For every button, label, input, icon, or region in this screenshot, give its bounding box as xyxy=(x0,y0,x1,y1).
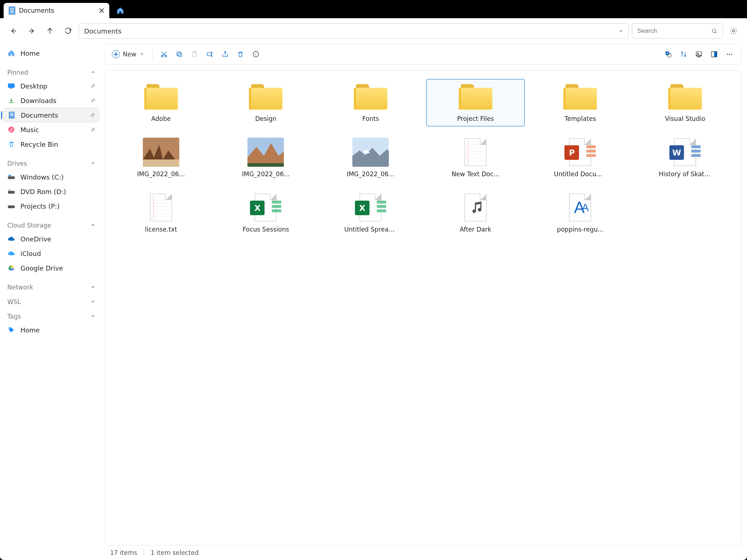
file-thumbnail: P xyxy=(562,138,598,167)
delete-button[interactable] xyxy=(234,47,247,61)
new-button[interactable]: New xyxy=(110,47,148,61)
svg-rect-4 xyxy=(9,112,14,118)
chevron-down-icon xyxy=(139,51,144,58)
file-item[interactable]: Templates xyxy=(531,79,630,126)
nav-row: Documents xyxy=(0,18,747,44)
google-drive-icon xyxy=(7,265,15,271)
file-item[interactable]: After Dark xyxy=(426,190,525,237)
file-thumbnail: W xyxy=(667,138,703,167)
chevron-down-icon[interactable] xyxy=(618,27,623,35)
pin-icon[interactable] xyxy=(90,126,95,134)
sidebar-group-header[interactable]: Network xyxy=(4,281,99,293)
file-name: Project Files xyxy=(457,115,494,122)
file-item[interactable]: W History of Skate... xyxy=(636,134,734,182)
search-input[interactable] xyxy=(632,23,723,39)
file-item[interactable]: Visual Studio xyxy=(636,79,734,126)
svg-point-12 xyxy=(9,189,11,191)
file-item[interactable]: AA poppins-regu... xyxy=(531,190,630,237)
share-button[interactable] xyxy=(218,47,232,61)
layout-button[interactable] xyxy=(707,47,721,61)
sidebar-item-google-drive[interactable]: Google Drive xyxy=(4,261,99,275)
svg-rect-33 xyxy=(143,159,179,167)
close-icon[interactable] xyxy=(99,8,104,13)
info-icon xyxy=(252,51,259,58)
sidebar-group-tags: Tags Home xyxy=(4,310,99,337)
sidebar-item-documents[interactable]: Documents xyxy=(4,108,99,122)
sidebar-group-wsl: WSL xyxy=(4,296,99,308)
home-icon xyxy=(7,50,15,57)
sidebar-group-cloud: Cloud Storage OneDrive iCloud Google Dri… xyxy=(4,219,99,275)
file-item[interactable]: Fonts xyxy=(321,79,420,126)
file-item[interactable]: P Untitled Docum... xyxy=(531,134,630,182)
sidebar-label: Home xyxy=(20,50,40,57)
sidebar-group-header[interactable]: WSL xyxy=(4,296,99,308)
pin-icon[interactable] xyxy=(90,97,95,104)
file-item[interactable]: X Focus Sessions xyxy=(217,190,315,237)
file-item[interactable]: IMG_2022_06... xyxy=(217,134,315,182)
address-bar[interactable]: Documents xyxy=(79,23,629,39)
file-thumbnail: AA xyxy=(562,193,598,222)
back-button[interactable] xyxy=(6,23,21,39)
sidebar-item-downloads[interactable]: Downloads xyxy=(4,93,99,108)
sidebar-group-header[interactable]: Cloud Storage xyxy=(4,219,99,232)
file-name: Untitled Spreads... xyxy=(344,226,397,233)
sidebar-item-drive-c[interactable]: Windows (C:) xyxy=(4,170,99,184)
sidebar-item-tag-home[interactable]: Home xyxy=(4,323,99,337)
home-tab-button[interactable] xyxy=(113,3,128,18)
cut-button[interactable] xyxy=(157,47,171,61)
sidebar-item-music[interactable]: Music xyxy=(4,122,99,137)
file-item[interactable]: X Untitled Spreads... xyxy=(321,190,420,237)
more-button[interactable] xyxy=(723,47,736,61)
arrow-up-icon xyxy=(46,27,54,35)
sidebar-item-icloud[interactable]: iCloud xyxy=(4,246,99,261)
sort-button[interactable] xyxy=(677,47,691,61)
trash-icon xyxy=(237,51,244,58)
file-item[interactable]: Design xyxy=(217,79,315,126)
select-toggle-button[interactable] xyxy=(661,47,675,61)
file-thumbnail xyxy=(143,138,179,167)
svg-rect-9 xyxy=(8,176,15,179)
sidebar-item-home[interactable]: Home xyxy=(4,46,99,60)
sidebar-item-desktop[interactable]: Desktop xyxy=(4,79,99,93)
svg-point-0 xyxy=(712,29,716,32)
file-item[interactable]: license.txt xyxy=(112,190,210,237)
drive-icon xyxy=(7,174,15,180)
svg-point-8 xyxy=(8,127,15,133)
rename-button[interactable] xyxy=(203,47,217,61)
file-grid[interactable]: Adobe Design Fonts Project Files Templat… xyxy=(105,70,741,545)
sidebar-item-recycle-bin[interactable]: Recycle Bin xyxy=(4,137,99,151)
file-name: After Dark xyxy=(460,226,492,233)
properties-button[interactable] xyxy=(249,47,263,61)
file-name: Templates xyxy=(564,115,596,122)
file-item[interactable]: IMG_2022_06... xyxy=(321,134,420,182)
pin-icon[interactable] xyxy=(90,82,95,90)
sidebar-group-header[interactable]: Drives xyxy=(4,157,99,170)
file-name: Fonts xyxy=(362,115,379,122)
status-bar: 17 items 1 item selected xyxy=(105,545,741,560)
paste-button[interactable] xyxy=(188,47,202,61)
sidebar-item-drive-p[interactable]: Projects (P:) xyxy=(4,199,99,213)
search-field[interactable] xyxy=(637,27,711,35)
file-name: IMG_2022_06... xyxy=(347,170,395,178)
background-button[interactable] xyxy=(692,47,706,61)
up-button[interactable] xyxy=(42,23,58,39)
file-item[interactable]: New Text Doc... xyxy=(426,134,525,182)
settings-button[interactable] xyxy=(726,23,741,39)
svg-rect-2 xyxy=(8,83,15,88)
sidebar-item-onedrive[interactable]: OneDrive xyxy=(4,232,99,246)
sidebar-item-drive-d[interactable]: DVD Rom (D:) xyxy=(4,184,99,199)
file-item[interactable]: Project Files xyxy=(426,79,525,126)
file-item[interactable]: IMG_2022_06... xyxy=(112,134,210,182)
copy-button[interactable] xyxy=(172,47,186,61)
tab-documents[interactable]: Documents xyxy=(4,3,109,18)
svg-rect-11 xyxy=(8,191,15,194)
file-item[interactable]: Adobe xyxy=(112,79,210,126)
tab-title: Documents xyxy=(19,7,95,14)
refresh-button[interactable] xyxy=(60,23,76,39)
sidebar-group-header[interactable]: Tags xyxy=(4,310,99,323)
file-name: license.txt xyxy=(145,226,177,233)
pin-icon[interactable] xyxy=(90,111,95,119)
file-name: Adobe xyxy=(151,115,171,122)
forward-button[interactable] xyxy=(24,23,39,39)
sidebar-group-header[interactable]: Pinned xyxy=(4,66,99,79)
